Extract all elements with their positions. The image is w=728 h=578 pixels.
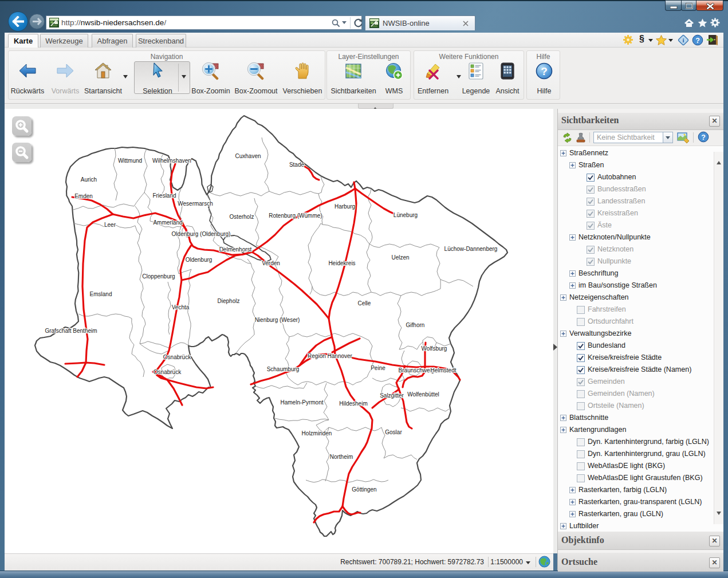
- svg-text:i: i: [682, 37, 684, 44]
- svg-text:Ammerland: Ammerland: [153, 219, 182, 226]
- svg-text:Diepholz: Diepholz: [218, 298, 240, 304]
- svg-text:Northeim: Northeim: [330, 454, 353, 460]
- svg-text:Peine: Peine: [371, 365, 385, 371]
- svg-text:Goslar: Goslar: [385, 429, 402, 435]
- svg-text:Osterholz: Osterholz: [230, 214, 254, 220]
- svg-text:Wilhelmshaven: Wilhelmshaven: [152, 158, 191, 164]
- svg-text:Vechta: Vechta: [172, 304, 190, 310]
- svg-text:Gifhorn: Gifhorn: [406, 322, 425, 328]
- svg-text:Wesermarsch: Wesermarsch: [178, 200, 213, 207]
- svg-text:Braunschweig: Braunschweig: [399, 367, 435, 373]
- svg-text:Oldenburg: Oldenburg: [186, 257, 213, 263]
- svg-text:Cloppenburg: Cloppenburg: [142, 273, 175, 280]
- svg-text:Aurich: Aurich: [81, 176, 97, 183]
- svg-text:Holzminden: Holzminden: [302, 430, 332, 437]
- svg-text:Emsland: Emsland: [90, 291, 112, 297]
- svg-text:Salzgitter: Salzgitter: [380, 392, 404, 399]
- svg-text:?: ?: [701, 133, 706, 141]
- svg-text:Region Hannover: Region Hannover: [308, 353, 352, 359]
- svg-text:Wolfenbüttel: Wolfenbüttel: [407, 391, 439, 398]
- svg-text:Verden: Verden: [262, 260, 280, 266]
- svg-text:Grafschaft Bentheim: Grafschaft Bentheim: [45, 328, 97, 334]
- svg-text:Emden: Emden: [74, 193, 93, 199]
- svg-text:Rotenburg (Wümme): Rotenburg (Wümme): [269, 213, 322, 219]
- svg-text:Oldenburg (Oldenburg): Oldenburg (Oldenburg): [172, 231, 231, 237]
- svg-text:Helmstedt: Helmstedt: [430, 367, 456, 373]
- svg-text:Heidekreis: Heidekreis: [328, 260, 355, 266]
- svg-text:Wolfsburg: Wolfsburg: [422, 345, 447, 352]
- svg-text:?: ?: [695, 37, 700, 45]
- svg-text:Stade: Stade: [289, 162, 305, 168]
- svg-text:Göttingen: Göttingen: [352, 486, 376, 493]
- svg-text:Delmenhorst: Delmenhorst: [219, 246, 252, 253]
- svg-text:Hildesheim: Hildesheim: [339, 400, 367, 407]
- svg-text:Lüneburg: Lüneburg: [393, 212, 418, 218]
- svg-text:Leer: Leer: [104, 222, 116, 228]
- svg-text:Harburg: Harburg: [335, 203, 355, 210]
- svg-text:Nienburg (Weser): Nienburg (Weser): [255, 317, 300, 323]
- svg-text:Schaumburg: Schaumburg: [267, 366, 300, 372]
- svg-text:Uelzen: Uelzen: [391, 254, 409, 261]
- svg-text:Osnabrück: Osnabrück: [154, 369, 182, 375]
- svg-text:Cuxhaven: Cuxhaven: [235, 153, 261, 159]
- svg-text:?: ?: [541, 65, 548, 77]
- svg-text:Lüchow-Dannenberg: Lüchow-Dannenberg: [444, 246, 498, 252]
- svg-text:Hameln-Pyrmont: Hameln-Pyrmont: [280, 399, 323, 406]
- svg-text:Friesland: Friesland: [152, 192, 176, 199]
- svg-text:Celle: Celle: [358, 300, 371, 306]
- svg-text:Wittmund: Wittmund: [118, 158, 142, 164]
- svg-text:Osnabrück: Osnabrück: [163, 354, 191, 360]
